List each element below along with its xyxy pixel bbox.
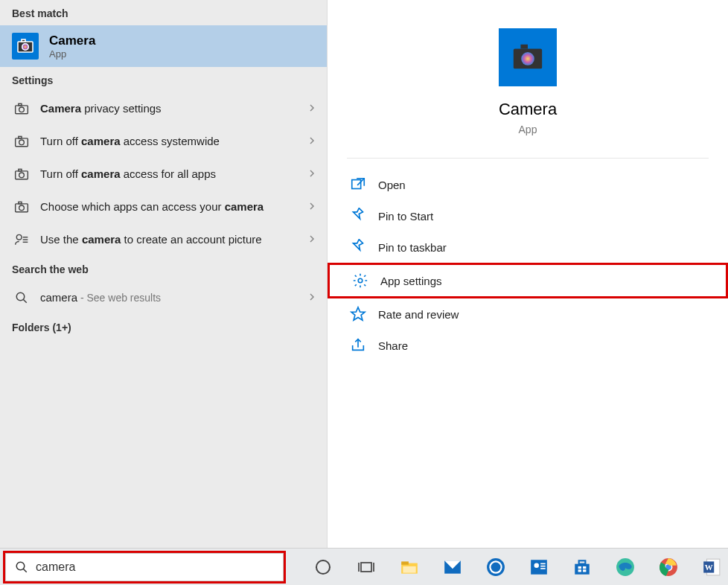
chevron-right-icon: [301, 200, 316, 214]
svg-rect-23: [520, 45, 528, 49]
result-label: Choose which apps can access your camera: [40, 199, 301, 214]
result-label: Use the camera to create an account pict…: [40, 232, 301, 247]
store-icon[interactable]: [566, 551, 598, 584]
best-match-title: Camera: [49, 33, 95, 48]
svg-rect-3: [22, 39, 25, 42]
action-share[interactable]: Share: [328, 330, 728, 361]
action-label: Pin to Start: [378, 210, 433, 223]
svg-point-11: [19, 173, 25, 178]
svg-line-21: [23, 299, 27, 303]
taskbar-app-icons: W: [289, 551, 728, 584]
action-open[interactable]: Open: [328, 169, 728, 200]
settings-item-turn-off-all-apps[interactable]: Turn off camera access for all apps: [0, 158, 327, 191]
action-rate-review[interactable]: Rate and review: [328, 298, 728, 330]
pin-icon: [350, 239, 366, 255]
action-pin-start[interactable]: Pin to Start: [328, 200, 728, 231]
action-list: Open Pin to Start Pin to taskbar App set…: [328, 159, 728, 371]
action-label: Share: [378, 339, 408, 352]
svg-rect-9: [19, 136, 22, 138]
action-app-settings[interactable]: App settings: [328, 263, 728, 298]
dell-icon[interactable]: [479, 551, 512, 584]
account-icon: [12, 232, 31, 247]
svg-line-30: [23, 569, 27, 572]
svg-rect-51: [583, 566, 586, 568]
chevron-right-icon: [301, 102, 316, 115]
svg-rect-6: [19, 103, 22, 106]
folders-section-header: Folders (1+): [0, 314, 327, 339]
svg-text:W: W: [705, 563, 713, 572]
settings-item-turn-off-systemwide[interactable]: Turn off camera access systemwide: [0, 125, 327, 158]
svg-marker-28: [351, 307, 365, 320]
action-pin-taskbar[interactable]: Pin to taskbar: [328, 231, 728, 263]
svg-point-24: [521, 52, 534, 65]
best-match-subtitle: App: [49, 48, 95, 60]
taskbar-search-box[interactable]: [5, 553, 284, 581]
search-icon: [15, 560, 28, 574]
camera-icon: [12, 167, 31, 182]
svg-point-20: [16, 292, 25, 301]
svg-rect-12: [19, 169, 22, 171]
svg-point-27: [358, 278, 363, 283]
svg-rect-46: [540, 565, 546, 566]
cortana-icon[interactable]: [307, 551, 339, 584]
svg-point-31: [316, 560, 330, 574]
task-view-icon[interactable]: [350, 551, 383, 584]
action-label: Pin to taskbar: [378, 241, 447, 254]
best-match-camera[interactable]: Camera App: [0, 25, 327, 67]
result-label: camera - See web results: [40, 290, 301, 305]
settings-item-camera-privacy[interactable]: Camera privacy settings: [0, 92, 327, 125]
svg-point-44: [534, 563, 540, 568]
action-label: Rate and review: [378, 308, 459, 321]
search-input[interactable]: [36, 560, 274, 574]
svg-rect-50: [578, 566, 581, 568]
taskbar-search-wrap: [3, 551, 286, 584]
action-label: Open: [378, 179, 406, 191]
camera-app-icon: [12, 33, 39, 60]
svg-rect-32: [361, 563, 371, 572]
file-explorer-icon[interactable]: [393, 551, 426, 584]
edge-icon[interactable]: [609, 551, 642, 584]
svg-rect-25: [352, 180, 361, 189]
svg-point-29: [16, 562, 25, 570]
svg-point-8: [19, 140, 25, 145]
svg-rect-48: [575, 563, 590, 574]
camera-icon: [12, 101, 31, 116]
svg-rect-37: [403, 566, 415, 572]
settings-item-choose-apps[interactable]: Choose which apps can access your camera: [0, 191, 327, 223]
svg-point-14: [19, 205, 25, 211]
share-icon: [350, 337, 366, 354]
svg-rect-52: [578, 569, 581, 572]
chevron-right-icon: [301, 233, 316, 246]
result-label: Turn off camera access for all apps: [40, 167, 301, 182]
camera-app-icon-large: [499, 28, 557, 86]
gear-icon: [352, 272, 368, 289]
chevron-right-icon: [301, 291, 316, 304]
camera-icon: [12, 199, 31, 214]
svg-point-42: [491, 562, 501, 572]
settings-item-account-picture[interactable]: Use the camera to create an account pict…: [0, 223, 327, 256]
svg-rect-15: [19, 202, 22, 204]
search-results-panel: Best match Camera App Settings C: [0, 0, 328, 548]
result-label: Turn off camera access systemwide: [40, 134, 301, 149]
mail-icon[interactable]: [436, 551, 469, 584]
web-result-camera[interactable]: camera - See web results: [0, 281, 327, 314]
preview-panel: Camera App Open Pin to Start Pin to: [328, 0, 728, 548]
svg-rect-43: [531, 560, 547, 575]
taskbar: W: [0, 548, 728, 585]
preview-title: Camera: [499, 100, 557, 119]
svg-rect-49: [579, 560, 586, 563]
svg-rect-45: [540, 563, 546, 564]
chevron-right-icon: [301, 167, 316, 181]
open-icon: [350, 176, 366, 193]
best-match-header: Best match: [0, 0, 327, 25]
svg-rect-36: [401, 561, 409, 564]
result-label: Camera privacy settings: [40, 101, 301, 116]
search-icon: [12, 291, 31, 304]
svg-point-5: [19, 107, 25, 112]
settings-section-header: Settings: [0, 67, 327, 92]
svg-point-2: [22, 44, 28, 50]
contacts-icon[interactable]: [523, 551, 555, 584]
camera-icon: [12, 134, 31, 149]
word-icon[interactable]: W: [695, 551, 728, 584]
chrome-icon[interactable]: [652, 551, 685, 584]
